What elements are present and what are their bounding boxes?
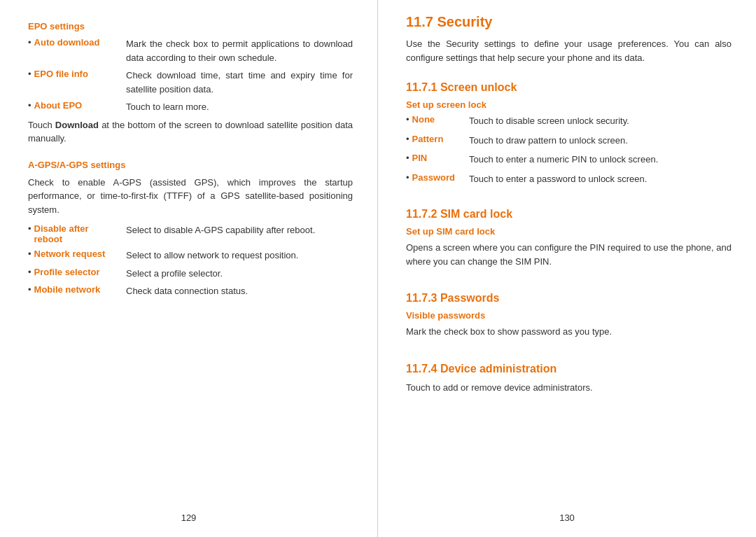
password-term-wrap: • Password xyxy=(406,172,469,183)
pattern-term-wrap: • Pattern xyxy=(406,134,469,144)
security-intro: Use the Security settings to define your… xyxy=(406,37,732,64)
profile-selector-term: Profile selector xyxy=(34,267,100,277)
network-request-term: Network request xyxy=(34,249,106,259)
page-spread: EPO settings • Auto download Mark the ch… xyxy=(0,0,756,537)
mobile-network-item: • Mobile network Check data connection s… xyxy=(28,284,353,298)
profile-selector-item: • Profile selector Select a profile sele… xyxy=(28,267,353,281)
password-desc: Touch to enter a password to unlock scre… xyxy=(469,172,732,186)
auto-download-desc: Mark the check box to permit application… xyxy=(126,37,353,64)
bullet-dot: • xyxy=(406,172,410,183)
epo-file-info-item: • EPO file info Check download time, sta… xyxy=(28,69,353,96)
agps-settings-section: A-GPS/A-GPS settings Check to enable A-G… xyxy=(28,160,353,302)
pattern-item: • Pattern Touch to draw pattern to unloc… xyxy=(406,134,732,148)
epo-file-info-term: EPO file info xyxy=(34,69,88,79)
pin-term: PIN xyxy=(412,153,428,163)
pin-desc: Touch to enter a numeric PIN to unlock s… xyxy=(469,153,732,167)
about-epo-desc: Touch to learn more. xyxy=(126,100,353,114)
password-item: • Password Touch to enter a password to … xyxy=(406,172,732,186)
disable-after-reboot-term-wrap: • Disable afterreboot xyxy=(28,223,126,244)
mobile-network-desc: Check data connection status. xyxy=(126,284,353,298)
epo-settings-section: EPO settings • Auto download Mark the ch… xyxy=(28,21,353,153)
bullet-dot: • xyxy=(28,284,31,295)
right-page: 11.7 Security Use the Security settings … xyxy=(378,0,756,537)
epo-body-text: Touch Download at the bottom of the scre… xyxy=(28,118,353,146)
screen-unlock-section: 11.7.1 Screen unlock Set up screen lock … xyxy=(406,71,732,191)
profile-selector-term-wrap: • Profile selector xyxy=(28,267,126,277)
bullet-dot: • xyxy=(28,37,31,48)
bullet-dot: • xyxy=(28,249,31,259)
agps-body-text: Check to enable A-GPS (assisted GPS), wh… xyxy=(28,176,353,217)
passwords-heading: 11.7.3 Passwords xyxy=(406,292,732,305)
none-term: None xyxy=(412,114,435,125)
mobile-network-term: Mobile network xyxy=(34,284,101,295)
left-page-number: 129 xyxy=(181,512,197,523)
device-admin-heading: 11.7.4 Device administration xyxy=(406,363,732,375)
bullet-dot: • xyxy=(28,267,31,277)
none-term-wrap: • None xyxy=(406,114,469,125)
auto-download-item: • Auto download Mark the check box to pe… xyxy=(28,37,353,64)
bullet-dot: • xyxy=(28,223,31,234)
passwords-section: 11.7.3 Passwords Visible passwords Mark … xyxy=(406,282,732,346)
bullet-dot: • xyxy=(28,100,31,111)
left-page: EPO settings • Auto download Mark the ch… xyxy=(0,0,378,537)
security-main-heading: 11.7 Security xyxy=(406,14,732,30)
sim-card-lock-body: Opens a screen where you can configure t… xyxy=(406,241,732,268)
download-bold: Download xyxy=(55,120,99,130)
bullet-dot: • xyxy=(406,153,410,163)
disable-after-reboot-item: • Disable afterreboot Select to disable … xyxy=(28,223,353,244)
agps-settings-heading: A-GPS/A-GPS settings xyxy=(28,160,353,170)
right-page-number: 130 xyxy=(559,512,575,523)
auto-download-term-wrap: • Auto download xyxy=(28,37,126,48)
pin-term-wrap: • PIN xyxy=(406,153,469,163)
disable-after-reboot-desc: Select to disable A-GPS capability after… xyxy=(126,223,353,237)
epo-settings-heading: EPO settings xyxy=(28,21,353,32)
profile-selector-desc: Select a profile selector. xyxy=(126,267,353,281)
pin-item: • PIN Touch to enter a numeric PIN to un… xyxy=(406,153,732,167)
bullet-dot: • xyxy=(406,114,410,125)
device-admin-section: 11.7.4 Device administration Touch to ad… xyxy=(406,353,732,402)
network-request-desc: Select to allow network to request posit… xyxy=(126,249,353,263)
visible-passwords-body: Mark the check box to show password as y… xyxy=(406,325,732,339)
device-admin-body: Touch to add or remove device administra… xyxy=(406,381,732,395)
password-term: Password xyxy=(412,172,455,183)
pattern-desc: Touch to draw pattern to unlock screen. xyxy=(469,134,732,148)
sim-card-lock-section: 11.7.2 SIM card lock Set up SIM card loc… xyxy=(406,198,732,275)
setup-sim-card-lock-heading: Set up SIM card lock xyxy=(406,226,732,237)
network-request-item: • Network request Select to allow networ… xyxy=(28,249,353,263)
sim-card-lock-heading: 11.7.2 SIM card lock xyxy=(406,208,732,221)
setup-screen-lock-heading: Set up screen lock xyxy=(406,99,732,110)
about-epo-term-wrap: • About EPO xyxy=(28,100,126,111)
pattern-term: Pattern xyxy=(412,134,444,144)
disable-after-reboot-term: Disable afterreboot xyxy=(34,223,89,244)
visible-passwords-heading: Visible passwords xyxy=(406,310,732,321)
epo-file-info-desc: Check download time, start time and expi… xyxy=(126,69,353,96)
bullet-dot: • xyxy=(28,69,31,79)
bullet-dot: • xyxy=(406,134,410,144)
network-request-term-wrap: • Network request xyxy=(28,249,126,259)
about-epo-term: About EPO xyxy=(34,100,83,111)
none-desc: Touch to disable screen unlock security. xyxy=(469,114,732,128)
epo-file-info-term-wrap: • EPO file info xyxy=(28,69,126,79)
screen-unlock-heading: 11.7.1 Screen unlock xyxy=(406,81,732,94)
mobile-network-term-wrap: • Mobile network xyxy=(28,284,126,295)
about-epo-item: • About EPO Touch to learn more. xyxy=(28,100,353,114)
none-item: • None Touch to disable screen unlock se… xyxy=(406,114,732,128)
auto-download-term: Auto download xyxy=(34,37,100,48)
